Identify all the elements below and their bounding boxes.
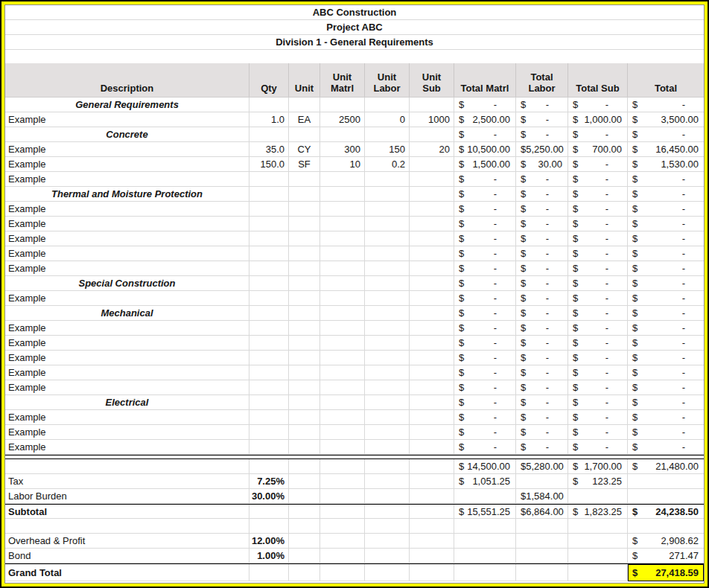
cell-qty[interactable] — [249, 98, 289, 112]
currency-cell[interactable]: $- — [516, 231, 568, 246]
cell-qty[interactable]: 150.0 — [249, 157, 289, 172]
cell-unit-matrl[interactable] — [320, 365, 365, 380]
currency-cell[interactable]: $- — [628, 276, 704, 291]
currency-cell[interactable]: $- — [516, 380, 568, 395]
cell-qty[interactable]: 35.0 — [249, 142, 289, 157]
cell-unit-labor[interactable]: 0.2 — [365, 157, 410, 172]
cell-empty[interactable] — [410, 549, 454, 563]
cell-description[interactable]: Example — [5, 261, 249, 276]
cell-unit-sub[interactable] — [410, 98, 454, 112]
currency-cell[interactable]: $- — [628, 336, 704, 351]
cell-unit-matrl[interactable] — [320, 425, 365, 440]
column-header-total[interactable]: Total — [628, 63, 704, 97]
currency-cell[interactable] — [454, 549, 516, 563]
currency-cell[interactable] — [568, 489, 628, 504]
cell-qty[interactable] — [249, 395, 289, 410]
cell-unit-labor[interactable] — [365, 291, 410, 306]
cell-unit[interactable] — [289, 306, 320, 321]
currency-cell[interactable]: $- — [516, 276, 568, 291]
cell-grand-total-rate[interactable] — [249, 564, 289, 581]
currency-cell[interactable]: $- — [454, 246, 516, 261]
currency-cell[interactable]: $24,238.50 — [628, 505, 704, 519]
currency-cell[interactable]: $271.47 — [628, 549, 704, 563]
cell-unit-sub[interactable] — [410, 157, 454, 172]
cell-bond-rate[interactable]: 1.00% — [249, 549, 289, 563]
cell-unit-sub[interactable] — [410, 217, 454, 231]
cell-unit[interactable] — [289, 410, 320, 425]
currency-cell[interactable]: $27,418.59 — [628, 564, 704, 581]
currency-cell[interactable] — [454, 564, 516, 581]
cell-unit[interactable] — [289, 231, 320, 246]
cell-unit[interactable] — [289, 440, 320, 455]
cell-unit-sub[interactable] — [410, 336, 454, 351]
cell-empty[interactable] — [365, 519, 410, 534]
cell-unit[interactable] — [289, 98, 320, 112]
cell-description[interactable]: Concrete — [5, 127, 249, 142]
cell-empty[interactable] — [365, 564, 410, 581]
currency-cell[interactable]: $- — [628, 246, 704, 261]
column-header-total-sub[interactable]: Total Sub — [568, 63, 628, 97]
currency-cell[interactable]: $- — [628, 306, 704, 321]
currency-cell[interactable]: $- — [568, 336, 628, 351]
cell-bond-label[interactable]: Bond — [5, 549, 249, 563]
cell-description[interactable]: Mechanical — [5, 306, 249, 321]
currency-cell[interactable]: $- — [454, 172, 516, 187]
cell-empty[interactable] — [289, 474, 320, 489]
currency-cell[interactable] — [516, 534, 568, 549]
cell-qty[interactable] — [249, 246, 289, 261]
cell-empty[interactable] — [289, 549, 320, 563]
cell-description[interactable]: Example — [5, 112, 249, 127]
currency-cell[interactable]: $- — [568, 395, 628, 410]
currency-cell[interactable]: $- — [516, 306, 568, 321]
cell-unit-sub[interactable] — [410, 380, 454, 395]
currency-cell[interactable]: $- — [454, 365, 516, 380]
currency-cell[interactable]: $5,250.00 — [516, 142, 568, 157]
cell-unit-matrl[interactable] — [320, 276, 365, 291]
column-header-description[interactable]: Description — [5, 63, 249, 97]
cell-qty[interactable] — [249, 202, 289, 217]
currency-cell[interactable] — [568, 564, 628, 581]
currency-cell[interactable] — [628, 489, 704, 504]
cell-empty[interactable] — [410, 474, 454, 489]
cell-unit-labor[interactable] — [365, 380, 410, 395]
cell-empty[interactable] — [289, 519, 320, 534]
currency-cell[interactable]: $- — [454, 202, 516, 217]
cell-qty[interactable] — [249, 187, 289, 202]
cell-empty[interactable] — [289, 505, 320, 519]
cell-unit-matrl[interactable] — [320, 291, 365, 306]
currency-cell[interactable] — [516, 549, 568, 563]
currency-cell[interactable]: $- — [454, 425, 516, 440]
currency-cell[interactable]: $- — [628, 410, 704, 425]
currency-cell[interactable]: $- — [568, 261, 628, 276]
cell-qty[interactable]: 1.0 — [249, 112, 289, 127]
cell-unit-labor[interactable] — [365, 127, 410, 142]
cell-empty[interactable] — [365, 549, 410, 563]
cell-empty[interactable] — [320, 505, 365, 519]
currency-cell[interactable]: $- — [516, 410, 568, 425]
cell-unit[interactable] — [289, 395, 320, 410]
cell-unit-labor[interactable] — [365, 365, 410, 380]
cell-unit-labor[interactable] — [365, 261, 410, 276]
cell-unit-sub[interactable] — [410, 246, 454, 261]
cell-unit-sub[interactable] — [410, 187, 454, 202]
cell-column-totals-rate[interactable] — [249, 459, 289, 474]
currency-cell[interactable]: $- — [516, 291, 568, 306]
currency-cell[interactable]: $- — [568, 231, 628, 246]
currency-cell[interactable] — [568, 549, 628, 563]
cell-qty[interactable] — [249, 321, 289, 336]
currency-cell[interactable]: $- — [628, 172, 704, 187]
currency-cell[interactable]: $- — [568, 440, 628, 455]
cell-description[interactable]: General Requirements — [5, 98, 249, 112]
currency-cell[interactable]: $- — [628, 440, 704, 455]
cell-empty[interactable] — [365, 505, 410, 519]
currency-cell[interactable]: $1,500.00 — [454, 157, 516, 172]
currency-cell[interactable]: $5,280.00 — [516, 459, 568, 474]
cell-qty[interactable] — [249, 276, 289, 291]
cell-qty[interactable] — [249, 291, 289, 306]
currency-cell[interactable]: $- — [628, 98, 704, 112]
cell-unit[interactable] — [289, 127, 320, 142]
currency-cell[interactable]: $- — [516, 187, 568, 202]
currency-cell[interactable] — [568, 519, 628, 534]
cell-description[interactable]: Special Construction — [5, 276, 249, 291]
currency-cell[interactable]: $- — [628, 231, 704, 246]
